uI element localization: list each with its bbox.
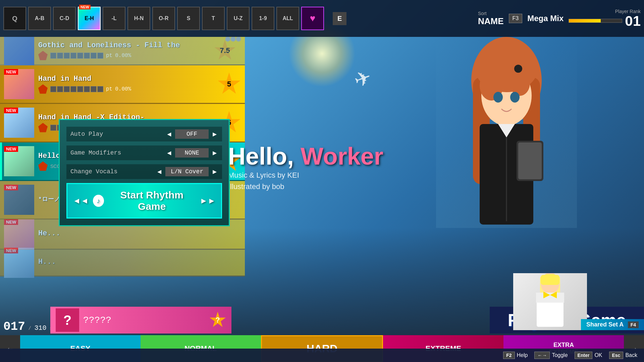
change-vocals-label: Change Vocals	[70, 168, 156, 175]
song-title: Hand in Hand	[38, 75, 217, 83]
unknown-song-text: ?????	[83, 315, 111, 325]
filter-or[interactable]: O-R	[152, 7, 175, 30]
game-modifiers-left-arrow[interactable]: ◄	[166, 149, 172, 157]
shared-set-label: Shared Set A F4	[581, 319, 644, 330]
bottom-bar: F2 Help ←→ Toggle Enter OK Esc Back	[0, 349, 644, 362]
count-current: 017	[3, 320, 25, 334]
new-badge: NEW	[4, 146, 18, 152]
count-divider: /	[28, 326, 31, 331]
difficulty-star: 5	[217, 72, 241, 96]
song-thumbnail: NEW	[4, 248, 34, 278]
list-item[interactable]: Gothic and Loneliness - Fill the pt 0.00…	[0, 37, 245, 65]
svg-point-9	[510, 92, 520, 103]
filter-favorites[interactable]: ♥	[301, 7, 324, 30]
score-boxes	[50, 53, 103, 59]
score-pt: pt	[106, 53, 112, 59]
filter-q[interactable]: Q	[3, 7, 26, 30]
score-percent: 0.00%	[115, 53, 131, 59]
game-modifiers-label: Game Modifiers	[70, 149, 166, 156]
change-vocals-left-arrow[interactable]: ◄	[156, 168, 163, 176]
question-mark-icon: ?	[56, 308, 79, 332]
filter-l[interactable]: -L	[103, 7, 125, 30]
sort-value: NAME	[478, 16, 504, 26]
song-title-part2: Worker	[294, 143, 383, 170]
list-item[interactable]: NEW Hand in Hand pt 0.00% 5	[0, 65, 245, 104]
filter-hn[interactable]: H-N	[127, 7, 150, 30]
game-modifiers-value: NONE	[175, 148, 209, 158]
new-badge: NEW	[4, 185, 18, 190]
song-credit-line2: Illustrated by bob	[228, 182, 383, 191]
enter-key[interactable]: Enter	[575, 352, 593, 359]
top-bar: Q A-B C-D NEW E-H -L H-N O-R S T U-Z 1-9…	[0, 0, 644, 37]
change-vocals-value: L/N Cover	[165, 167, 209, 176]
toggle-key[interactable]: ←→	[534, 352, 550, 359]
auto-play-row: Auto Play ◄ OFF ►	[66, 127, 222, 141]
change-vocals-right-arrow[interactable]: ►	[211, 168, 218, 176]
enter-hint: Enter OK	[575, 352, 602, 359]
song-thumbnail	[4, 37, 34, 66]
song-thumbnail: NEW	[4, 219, 34, 249]
score-icon	[38, 123, 48, 132]
f4-badge[interactable]: F4	[628, 321, 639, 328]
esc-key[interactable]: Esc	[609, 352, 624, 359]
svg-rect-22	[545, 274, 555, 283]
player-rank-number: 01	[625, 14, 641, 28]
score-percent: 0.00%	[115, 86, 131, 92]
auto-play-left-arrow[interactable]: ◄	[166, 130, 172, 138]
auto-play-right-arrow[interactable]: ►	[211, 130, 218, 138]
song-title-part1: Hello,	[228, 143, 294, 170]
left-arrow-icon: ◄◄	[73, 196, 89, 205]
score-icon	[38, 51, 48, 60]
game-modifiers-right-arrow[interactable]: ►	[211, 149, 218, 157]
diff-hex-row	[225, 37, 241, 42]
song-score-row: pt 0.00%	[38, 84, 217, 94]
song-score-row: pt 0.00%	[38, 51, 214, 60]
svg-point-8	[493, 92, 503, 103]
shared-set-text: Shared Set A	[586, 321, 624, 328]
score-icon	[38, 84, 48, 94]
song-title: H...	[38, 258, 241, 266]
score-icon	[38, 162, 48, 171]
song-title-display: Hello, Worker Music & Lyrics by KEI Illu…	[228, 144, 383, 191]
right-arrow-icon: ►►	[200, 196, 216, 205]
score-pt: pt	[106, 86, 112, 92]
unknown-song-item[interactable]: ? ????? ?	[50, 307, 231, 334]
filter-s[interactable]: S	[177, 7, 200, 30]
new-badge: NEW	[4, 108, 18, 113]
f2-key[interactable]: F2	[503, 352, 515, 359]
filter-eh[interactable]: NEW E-H	[78, 7, 101, 30]
svg-rect-18	[536, 293, 564, 303]
difficulty-star: 7.5	[214, 40, 236, 62]
f2-hint: F2 Help	[503, 352, 528, 359]
svg-point-12	[514, 65, 522, 73]
f2-action: Help	[517, 352, 528, 358]
rank-display: Player Rank 01	[569, 9, 641, 28]
list-item[interactable]: NEW H...	[0, 250, 245, 277]
filter-all[interactable]: ALL	[276, 7, 299, 30]
game-mode: Mega Mix	[527, 14, 564, 23]
filter-cd[interactable]: C-D	[53, 7, 76, 30]
score-boxes	[50, 86, 103, 92]
auto-play-value: OFF	[175, 129, 209, 139]
esc-action: Back	[625, 352, 637, 358]
filter-t[interactable]: T	[202, 7, 225, 30]
filter-ab[interactable]: A-B	[28, 7, 51, 30]
selected-indicator	[0, 142, 2, 180]
character-art	[436, 34, 577, 228]
music-icon: ♪	[93, 195, 104, 207]
f3-badge[interactable]: F3	[509, 14, 523, 23]
filter-19[interactable]: 1-9	[252, 7, 274, 30]
new-badge: NEW	[4, 69, 18, 75]
esc-hint: Esc Back	[609, 352, 638, 359]
start-rhythm-game-button[interactable]: ◄◄ ♪ Start Rhythm Game ►►	[66, 183, 222, 219]
game-modifiers-row: Game Modifiers ◄ NONE ►	[66, 145, 222, 160]
rank-bar	[569, 19, 622, 23]
song-thumbnail: NEW	[4, 185, 34, 215]
enter-action: OK	[594, 352, 602, 358]
song-thumbnail: NEW	[4, 146, 34, 176]
toggle-action: Toggle	[552, 352, 568, 358]
filter-uz[interactable]: U-Z	[227, 7, 250, 30]
settings-modal: Auto Play ◄ OFF ► Game Modifiers ◄ NONE …	[59, 119, 230, 226]
song-info: Gothic and Loneliness - Fill the pt 0.00…	[38, 41, 214, 60]
character-svg	[436, 34, 577, 228]
